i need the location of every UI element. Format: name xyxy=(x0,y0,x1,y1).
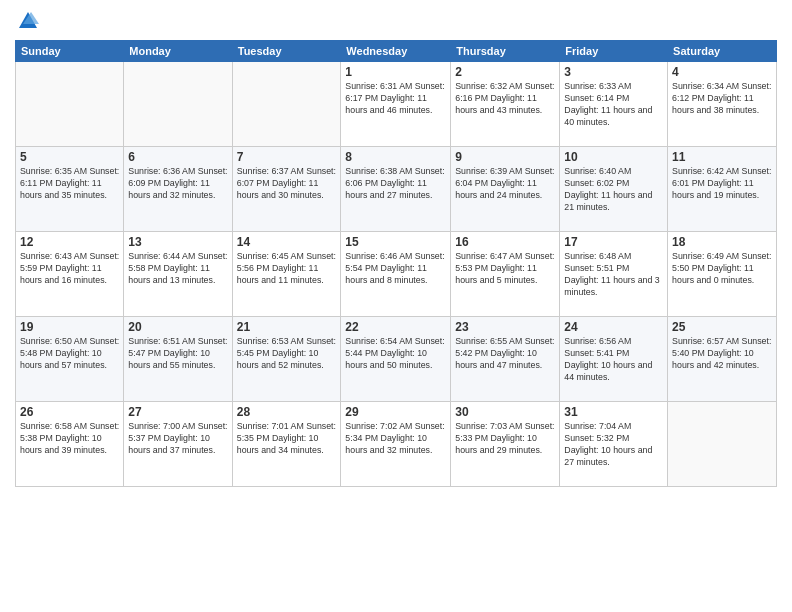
day-cell: 7Sunrise: 6:37 AM Sunset: 6:07 PM Daylig… xyxy=(232,147,341,232)
day-info: Sunrise: 6:46 AM Sunset: 5:54 PM Dayligh… xyxy=(345,251,446,287)
day-number: 12 xyxy=(20,235,119,249)
day-cell xyxy=(668,402,777,487)
day-info: Sunrise: 6:55 AM Sunset: 5:42 PM Dayligh… xyxy=(455,336,555,372)
day-info: Sunrise: 6:50 AM Sunset: 5:48 PM Dayligh… xyxy=(20,336,119,372)
day-cell: 20Sunrise: 6:51 AM Sunset: 5:47 PM Dayli… xyxy=(124,317,232,402)
day-info: Sunrise: 6:31 AM Sunset: 6:17 PM Dayligh… xyxy=(345,81,446,117)
day-info: Sunrise: 6:33 AM Sunset: 6:14 PM Dayligh… xyxy=(564,81,663,129)
day-cell: 8Sunrise: 6:38 AM Sunset: 6:06 PM Daylig… xyxy=(341,147,451,232)
day-number: 21 xyxy=(237,320,337,334)
day-cell: 31Sunrise: 7:04 AM Sunset: 5:32 PM Dayli… xyxy=(560,402,668,487)
day-cell: 23Sunrise: 6:55 AM Sunset: 5:42 PM Dayli… xyxy=(451,317,560,402)
weekday-sunday: Sunday xyxy=(16,41,124,62)
weekday-tuesday: Tuesday xyxy=(232,41,341,62)
day-number: 28 xyxy=(237,405,337,419)
day-cell: 9Sunrise: 6:39 AM Sunset: 6:04 PM Daylig… xyxy=(451,147,560,232)
day-cell: 27Sunrise: 7:00 AM Sunset: 5:37 PM Dayli… xyxy=(124,402,232,487)
day-info: Sunrise: 6:39 AM Sunset: 6:04 PM Dayligh… xyxy=(455,166,555,202)
day-cell: 26Sunrise: 6:58 AM Sunset: 5:38 PM Dayli… xyxy=(16,402,124,487)
day-info: Sunrise: 6:32 AM Sunset: 6:16 PM Dayligh… xyxy=(455,81,555,117)
day-number: 5 xyxy=(20,150,119,164)
day-number: 11 xyxy=(672,150,772,164)
weekday-friday: Friday xyxy=(560,41,668,62)
day-cell: 5Sunrise: 6:35 AM Sunset: 6:11 PM Daylig… xyxy=(16,147,124,232)
day-cell: 17Sunrise: 6:48 AM Sunset: 5:51 PM Dayli… xyxy=(560,232,668,317)
day-number: 6 xyxy=(128,150,227,164)
weekday-header-row: SundayMondayTuesdayWednesdayThursdayFrid… xyxy=(16,41,777,62)
day-cell: 2Sunrise: 6:32 AM Sunset: 6:16 PM Daylig… xyxy=(451,62,560,147)
day-number: 20 xyxy=(128,320,227,334)
day-info: Sunrise: 6:49 AM Sunset: 5:50 PM Dayligh… xyxy=(672,251,772,287)
page: SundayMondayTuesdayWednesdayThursdayFrid… xyxy=(0,0,792,612)
day-cell: 10Sunrise: 6:40 AM Sunset: 6:02 PM Dayli… xyxy=(560,147,668,232)
day-number: 19 xyxy=(20,320,119,334)
day-cell: 1Sunrise: 6:31 AM Sunset: 6:17 PM Daylig… xyxy=(341,62,451,147)
day-number: 4 xyxy=(672,65,772,79)
day-info: Sunrise: 6:38 AM Sunset: 6:06 PM Dayligh… xyxy=(345,166,446,202)
day-info: Sunrise: 7:02 AM Sunset: 5:34 PM Dayligh… xyxy=(345,421,446,457)
day-info: Sunrise: 6:35 AM Sunset: 6:11 PM Dayligh… xyxy=(20,166,119,202)
day-number: 10 xyxy=(564,150,663,164)
day-number: 14 xyxy=(237,235,337,249)
day-cell: 3Sunrise: 6:33 AM Sunset: 6:14 PM Daylig… xyxy=(560,62,668,147)
day-number: 23 xyxy=(455,320,555,334)
day-info: Sunrise: 6:57 AM Sunset: 5:40 PM Dayligh… xyxy=(672,336,772,372)
day-info: Sunrise: 6:53 AM Sunset: 5:45 PM Dayligh… xyxy=(237,336,337,372)
day-info: Sunrise: 7:03 AM Sunset: 5:33 PM Dayligh… xyxy=(455,421,555,457)
day-cell: 28Sunrise: 7:01 AM Sunset: 5:35 PM Dayli… xyxy=(232,402,341,487)
day-number: 7 xyxy=(237,150,337,164)
day-cell: 14Sunrise: 6:45 AM Sunset: 5:56 PM Dayli… xyxy=(232,232,341,317)
day-number: 27 xyxy=(128,405,227,419)
day-number: 2 xyxy=(455,65,555,79)
day-cell: 11Sunrise: 6:42 AM Sunset: 6:01 PM Dayli… xyxy=(668,147,777,232)
logo-icon xyxy=(17,10,39,32)
calendar-table: SundayMondayTuesdayWednesdayThursdayFrid… xyxy=(15,40,777,487)
day-cell: 16Sunrise: 6:47 AM Sunset: 5:53 PM Dayli… xyxy=(451,232,560,317)
day-info: Sunrise: 6:34 AM Sunset: 6:12 PM Dayligh… xyxy=(672,81,772,117)
day-cell xyxy=(232,62,341,147)
day-info: Sunrise: 6:58 AM Sunset: 5:38 PM Dayligh… xyxy=(20,421,119,457)
day-number: 26 xyxy=(20,405,119,419)
day-cell: 18Sunrise: 6:49 AM Sunset: 5:50 PM Dayli… xyxy=(668,232,777,317)
day-info: Sunrise: 6:40 AM Sunset: 6:02 PM Dayligh… xyxy=(564,166,663,214)
day-number: 31 xyxy=(564,405,663,419)
day-cell: 12Sunrise: 6:43 AM Sunset: 5:59 PM Dayli… xyxy=(16,232,124,317)
day-info: Sunrise: 7:04 AM Sunset: 5:32 PM Dayligh… xyxy=(564,421,663,469)
day-info: Sunrise: 6:43 AM Sunset: 5:59 PM Dayligh… xyxy=(20,251,119,287)
day-number: 15 xyxy=(345,235,446,249)
day-number: 30 xyxy=(455,405,555,419)
day-cell xyxy=(124,62,232,147)
day-info: Sunrise: 7:00 AM Sunset: 5:37 PM Dayligh… xyxy=(128,421,227,457)
day-cell: 6Sunrise: 6:36 AM Sunset: 6:09 PM Daylig… xyxy=(124,147,232,232)
week-row-2: 5Sunrise: 6:35 AM Sunset: 6:11 PM Daylig… xyxy=(16,147,777,232)
day-info: Sunrise: 7:01 AM Sunset: 5:35 PM Dayligh… xyxy=(237,421,337,457)
day-info: Sunrise: 6:45 AM Sunset: 5:56 PM Dayligh… xyxy=(237,251,337,287)
day-number: 18 xyxy=(672,235,772,249)
day-number: 8 xyxy=(345,150,446,164)
day-cell: 13Sunrise: 6:44 AM Sunset: 5:58 PM Dayli… xyxy=(124,232,232,317)
day-number: 22 xyxy=(345,320,446,334)
day-cell: 22Sunrise: 6:54 AM Sunset: 5:44 PM Dayli… xyxy=(341,317,451,402)
day-cell: 19Sunrise: 6:50 AM Sunset: 5:48 PM Dayli… xyxy=(16,317,124,402)
header xyxy=(15,10,777,32)
logo xyxy=(15,10,39,32)
week-row-4: 19Sunrise: 6:50 AM Sunset: 5:48 PM Dayli… xyxy=(16,317,777,402)
day-cell: 15Sunrise: 6:46 AM Sunset: 5:54 PM Dayli… xyxy=(341,232,451,317)
day-cell: 29Sunrise: 7:02 AM Sunset: 5:34 PM Dayli… xyxy=(341,402,451,487)
day-cell: 25Sunrise: 6:57 AM Sunset: 5:40 PM Dayli… xyxy=(668,317,777,402)
day-info: Sunrise: 6:36 AM Sunset: 6:09 PM Dayligh… xyxy=(128,166,227,202)
day-number: 1 xyxy=(345,65,446,79)
day-info: Sunrise: 6:51 AM Sunset: 5:47 PM Dayligh… xyxy=(128,336,227,372)
weekday-monday: Monday xyxy=(124,41,232,62)
weekday-wednesday: Wednesday xyxy=(341,41,451,62)
week-row-5: 26Sunrise: 6:58 AM Sunset: 5:38 PM Dayli… xyxy=(16,402,777,487)
day-cell: 30Sunrise: 7:03 AM Sunset: 5:33 PM Dayli… xyxy=(451,402,560,487)
day-info: Sunrise: 6:44 AM Sunset: 5:58 PM Dayligh… xyxy=(128,251,227,287)
day-cell xyxy=(16,62,124,147)
day-info: Sunrise: 6:48 AM Sunset: 5:51 PM Dayligh… xyxy=(564,251,663,299)
day-info: Sunrise: 6:37 AM Sunset: 6:07 PM Dayligh… xyxy=(237,166,337,202)
weekday-saturday: Saturday xyxy=(668,41,777,62)
weekday-thursday: Thursday xyxy=(451,41,560,62)
day-cell: 24Sunrise: 6:56 AM Sunset: 5:41 PM Dayli… xyxy=(560,317,668,402)
day-info: Sunrise: 6:54 AM Sunset: 5:44 PM Dayligh… xyxy=(345,336,446,372)
